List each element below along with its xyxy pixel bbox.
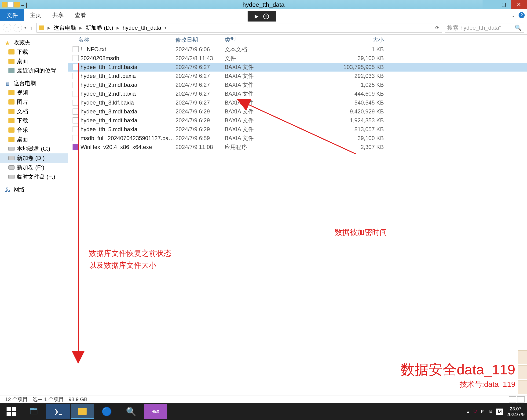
annotation-left-2: 以及数据库文件大小: [89, 259, 171, 271]
sidebar-item-downloads2[interactable]: 下载: [0, 116, 68, 125]
start-button[interactable]: [1, 404, 21, 419]
sidebar-item-recent[interactable]: 最近访问的位置: [0, 66, 68, 75]
file-size: 103,795,905 KB: [274, 64, 388, 70]
file-row[interactable]: hydee_tth_5.mdf.baxia2024/7/9 6:29BAXIA …: [68, 125, 527, 134]
taskbar-powershell[interactable]: ❯_: [46, 404, 70, 419]
taskbar-everything[interactable]: 🔍: [119, 404, 143, 419]
sidebar-item-desktop2[interactable]: 桌面: [0, 135, 68, 144]
file-row[interactable]: hydee_tth_3.mdf.baxia2024/7/9 6:29BAXIA …: [68, 107, 527, 116]
sidebar-item-documents[interactable]: 文档: [0, 107, 68, 116]
file-row[interactable]: hydee_tth_1.ndf.baxia2024/7/9 6:27BAXIA …: [68, 72, 527, 80]
tray-display-icon[interactable]: 🖥: [488, 409, 493, 414]
column-size[interactable]: 大小: [274, 36, 388, 43]
breadcrumb-sep: ▸: [115, 24, 121, 31]
sidebar-item-drive-c[interactable]: 本地磁盘 (C:): [0, 144, 68, 153]
sidebar-item-drive-f[interactable]: 临时文件盘 (F:): [0, 172, 68, 182]
column-date[interactable]: 修改日期: [176, 36, 225, 43]
column-type[interactable]: 类型: [225, 36, 274, 43]
sidebar-item-drive-d[interactable]: 新加卷 (D:): [0, 153, 68, 163]
ribbon-tab-home[interactable]: 主页: [24, 9, 47, 21]
file-row[interactable]: msdb_full_20240704235901127.bak.b...2024…: [68, 134, 527, 143]
annotation-left-1: 数据库文件恢复之前状态: [89, 248, 171, 259]
address-row: ← → ▾ ↑ ▸ 这台电脑 ▸ 新加卷 (D:) ▸ hydee_tth_da…: [0, 21, 527, 35]
view-mode-icons: [509, 396, 525, 402]
file-icon: [73, 126, 79, 132]
tray-clock[interactable]: 23:07 2024/7/9: [506, 406, 525, 417]
taskbar-chrome[interactable]: 🔵: [95, 404, 118, 419]
taskbar-explorer[interactable]: [71, 404, 94, 419]
side-tab-1[interactable]: [518, 350, 527, 364]
sidebar-item-drive-e[interactable]: 新加卷 (E:): [0, 163, 68, 172]
taskbar-server-manager[interactable]: 🗔: [22, 404, 45, 419]
search-input[interactable]: 搜索"hydee_tth_data" 🔍: [445, 23, 524, 32]
side-tab-3[interactable]: [518, 380, 527, 394]
file-row[interactable]: !_INFO.txt2024/7/9 6:06文本文档1 KB: [68, 45, 527, 54]
sidebar-thispc-header[interactable]: 🖥这台电脑: [0, 79, 68, 88]
sidebar-favorites: ★收藏夹 下载 桌面 最近访问的位置: [0, 38, 68, 75]
file-date: 2024/7/9 6:27: [176, 73, 225, 79]
tray-shield-icon[interactable]: 🛡: [472, 409, 477, 414]
search-placeholder: 搜索"hydee_tth_data": [447, 24, 501, 32]
column-name[interactable]: 名称: [73, 36, 176, 43]
file-size: 2,307 KB: [274, 144, 388, 150]
file-row[interactable]: hydee_tth_1.mdf.baxia2024/7/9 6:27BAXIA …: [68, 63, 527, 72]
minimize-button[interactable]: —: [483, 0, 497, 9]
ribbon-tab-view[interactable]: 查看: [69, 9, 92, 21]
file-date: 2024/2/8 11:43: [176, 55, 225, 62]
view-tiles-icon[interactable]: [517, 396, 525, 402]
help-icon[interactable]: ?: [519, 12, 525, 18]
file-row[interactable]: hydee_tth_2.ndf.baxia2024/7/9 6:27BAXIA …: [68, 89, 527, 98]
breadcrumb-folder[interactable]: hydee_tth_data: [123, 24, 161, 31]
file-row[interactable]: 20240208msdb2024/2/8 11:43文件39,100 KB: [68, 54, 527, 63]
file-size: 39,100 KB: [274, 135, 388, 141]
recent-dropdown-icon[interactable]: ▾: [24, 25, 26, 30]
tray-up-icon[interactable]: ▴: [467, 409, 469, 414]
sidebar-item-music[interactable]: 音乐: [0, 125, 68, 135]
window-title: hydee_tth_data: [242, 1, 284, 8]
floating-toolbar[interactable]: ▶ ✕: [248, 11, 276, 22]
file-size: 9,420,929 KB: [274, 108, 388, 115]
view-details-icon[interactable]: [509, 396, 516, 402]
status-selection: 选中 1 个项目: [33, 396, 64, 403]
address-dropdown-icon[interactable]: ▾: [163, 25, 168, 30]
pin-icon[interactable]: ▶: [255, 13, 259, 19]
maximize-button[interactable]: ▢: [497, 0, 511, 9]
tray-ime[interactable]: M: [496, 409, 503, 415]
refresh-icon[interactable]: ⟳: [434, 25, 440, 31]
side-tab-2[interactable]: [518, 365, 527, 379]
sidebar-item-desktop[interactable]: 桌面: [0, 57, 68, 66]
sidebar-item-pictures[interactable]: 图片: [0, 97, 68, 107]
back-button[interactable]: ←: [3, 24, 11, 32]
file-date: 2024/7/9 6:06: [176, 46, 225, 53]
file-row[interactable]: hydee_tth_4.mdf.baxia2024/7/9 6:29BAXIA …: [68, 116, 527, 125]
close-button[interactable]: ✕: [511, 0, 527, 9]
file-icon: [73, 135, 79, 141]
sidebar-favorites-header[interactable]: ★收藏夹: [0, 38, 68, 47]
forward-button[interactable]: →: [14, 24, 22, 32]
file-row[interactable]: hydee_tth_3.ldf.baxia2024/7/9 6:27BAXIA …: [68, 98, 527, 107]
address-bar[interactable]: ▸ 这台电脑 ▸ 新加卷 (D:) ▸ hydee_tth_data ▾ ⟳: [36, 23, 442, 32]
up-button[interactable]: ↑: [29, 25, 34, 31]
file-type: BAXIA 文件: [225, 99, 274, 106]
breadcrumb-drive[interactable]: 新加卷 (D:): [85, 24, 113, 32]
annotation-right: 数据被加密时间: [335, 226, 387, 238]
taskbar-winhex[interactable]: HEX: [144, 404, 167, 419]
close-icon[interactable]: ✕: [263, 14, 269, 19]
tray-flag-icon[interactable]: 🏳: [480, 409, 485, 414]
file-size: 1,924,353 KB: [274, 117, 388, 124]
file-type: BAXIA 文件: [225, 108, 274, 115]
file-row[interactable]: WinHex_v20.4_x86_x64.exe2024/7/9 11:08应用…: [68, 143, 527, 151]
search-icon[interactable]: 🔍: [515, 24, 522, 31]
file-name: hydee_tth_1.mdf.baxia: [80, 64, 176, 70]
file-date: 2024/7/9 6:29: [176, 126, 225, 133]
file-size: 292,033 KB: [274, 73, 388, 79]
sidebar-item-videos[interactable]: 视频: [0, 88, 68, 97]
sidebar: ★收藏夹 下载 桌面 最近访问的位置 🖥这台电脑 视频 图片 文档 下载 音乐 …: [0, 35, 68, 401]
file-row[interactable]: hydee_tth_2.mdf.baxia2024/7/9 6:27BAXIA …: [68, 80, 527, 89]
ribbon-expand-icon[interactable]: ⌄: [511, 12, 516, 19]
ribbon-tab-file[interactable]: 文件: [0, 9, 24, 21]
sidebar-network-header[interactable]: 🖧网络: [0, 185, 68, 194]
ribbon-tab-share[interactable]: 共享: [47, 9, 69, 21]
sidebar-item-downloads[interactable]: 下载: [0, 47, 68, 57]
breadcrumb-computer[interactable]: 这台电脑: [54, 24, 76, 32]
